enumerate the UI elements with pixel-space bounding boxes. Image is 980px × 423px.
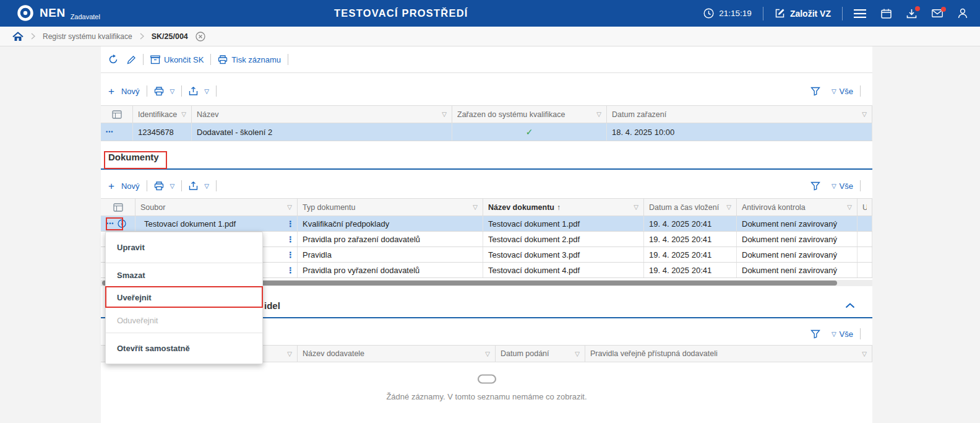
kebab-menu-icon[interactable]: ⋮: [286, 219, 294, 229]
cell-typ: Kvalifikační předpoklady: [298, 216, 483, 231]
table-settings-icon[interactable]: [101, 199, 135, 216]
print-record-button[interactable]: Tisk záznamu: [218, 55, 281, 64]
cell-datum: 19. 4. 2025 20:41: [644, 216, 737, 231]
new-label: Nový: [121, 87, 140, 96]
menu-item-smazat[interactable]: Smazat: [106, 263, 262, 287]
chevron-down-icon: ▽: [204, 88, 209, 95]
column-header-identifikace[interactable]: Identifikace▽: [133, 106, 192, 123]
end-sk-label: Ukončit SK: [164, 55, 204, 64]
divider: [860, 328, 861, 339]
view-all-label: Vše: [840, 329, 853, 339]
home-icon[interactable]: [12, 32, 24, 41]
cell-identifikace: 12345678: [133, 123, 192, 141]
menu-item-uverejnit[interactable]: Uveřejnit: [106, 287, 262, 308]
row-menu-icon[interactable]: •••: [106, 220, 114, 227]
breadcrumb-item-registry[interactable]: Registr systému kvalifikace: [43, 32, 132, 41]
kebab-menu-icon[interactable]: ⋮: [286, 266, 294, 275]
close-tab-icon[interactable]: [196, 32, 205, 41]
print-menu-button[interactable]: ▽: [154, 181, 175, 191]
cell-antivir: Dokument není zavirovaný: [737, 216, 858, 231]
menu-item-oduverejnit: Oduveřejnit: [106, 308, 262, 333]
kebab-menu-icon[interactable]: ⋮: [286, 235, 294, 244]
cell-nazev: Testovací dokument 1.pdf: [483, 216, 644, 231]
column-filter-icon[interactable]: ▽: [596, 111, 601, 118]
calendar-icon[interactable]: [881, 9, 892, 19]
filter-icon[interactable]: [810, 181, 820, 191]
chevron-right-icon: [140, 33, 144, 40]
column-header-nazev-dokumentu[interactable]: Název dokumentu↑▽: [483, 199, 644, 216]
environment-title: TESTOVACÍ PROSTŘEDÍ: [334, 7, 468, 19]
menu-item-upravit[interactable]: Upravit: [106, 232, 262, 263]
cell-typ: Pravidla: [298, 247, 483, 262]
end-sk-button[interactable]: Ukončit SK: [150, 55, 204, 64]
document-row[interactable]: ••• Testovací dokument 1.pdf ⋮ Kvalifika…: [101, 216, 872, 232]
edit-square-icon: [775, 8, 785, 19]
column-header-pravidla[interactable]: Pravidla veřejně přístupná dodavateli▽: [585, 346, 872, 362]
view-all-label: Vše: [840, 181, 853, 191]
column-header-nazev-dodavatele[interactable]: Název dodavatele▽: [298, 346, 496, 362]
column-header-soubor[interactable]: Soubor▽: [135, 199, 298, 216]
column-header-zarazen[interactable]: Zařazen do systému kvalifikace▽: [452, 106, 607, 123]
divider: [860, 85, 861, 97]
column-header-datum-zarazeni[interactable]: Datum zařazení▽: [607, 106, 872, 123]
print-menu-button[interactable]: ▽: [154, 87, 175, 96]
column-filter-icon[interactable]: ▽: [181, 111, 186, 118]
divider: [181, 85, 182, 97]
column-filter-icon[interactable]: ▽: [575, 351, 580, 357]
collapse-section-icon[interactable]: [845, 303, 855, 308]
row-context-menu: Upravit Smazat Uveřejnit Oduveřejnit Ote…: [105, 232, 263, 364]
cell-nazev: Testovací dokument 2.pdf: [483, 232, 644, 246]
row-menu-icon[interactable]: •••: [106, 129, 113, 135]
chevron-down-icon: ▽: [832, 88, 836, 95]
column-filter-icon[interactable]: ▽: [634, 204, 638, 211]
chevron-down-icon: ▽: [832, 183, 836, 190]
new-document-button[interactable]: + Nový: [108, 181, 140, 191]
clock-icon: [703, 8, 714, 19]
column-filter-icon[interactable]: ▽: [442, 111, 447, 118]
column-header-datum-vlozeni[interactable]: Datum a čas vložení▽: [644, 199, 737, 216]
menu-item-otevrit-samostatne[interactable]: Otevřít samostatně: [106, 333, 262, 364]
nen-logo-icon: [16, 4, 35, 22]
view-all-selector[interactable]: ▽ Vše: [829, 87, 853, 96]
column-filter-icon[interactable]: ▽: [473, 204, 478, 211]
export-menu-button[interactable]: ▽: [189, 87, 209, 96]
kebab-menu-icon[interactable]: ⋮: [286, 250, 294, 259]
mail-icon[interactable]: [932, 9, 943, 17]
brand-text: NEN: [40, 4, 66, 22]
menu-icon[interactable]: [854, 9, 866, 18]
column-filter-icon[interactable]: ▽: [287, 204, 292, 211]
new-button[interactable]: + Nový: [108, 86, 140, 97]
view-all-selector[interactable]: ▽ Vše: [829, 329, 853, 339]
cell-antivir: Dokument není zavirovaný: [737, 247, 858, 262]
column-filter-icon[interactable]: ▽: [726, 204, 731, 211]
app-window: NEN Zadavatel TESTOVACÍ PROSTŘEDÍ 21:15:…: [0, 0, 980, 423]
column-filter-icon[interactable]: ▽: [862, 111, 867, 118]
column-header-truncated[interactable]: Uv: [858, 199, 872, 216]
notification-badge: [915, 6, 920, 11]
column-header-typ-dokumentu[interactable]: Typ dokumentu▽: [298, 199, 483, 216]
download-icon[interactable]: [906, 9, 917, 19]
user-icon[interactable]: [958, 8, 968, 19]
column-header-nazev[interactable]: Název▽: [192, 106, 452, 123]
create-vz-button[interactable]: Založit VZ: [775, 8, 831, 19]
export-menu-button[interactable]: ▽: [189, 181, 209, 191]
chevron-down-icon: ▽: [170, 88, 175, 95]
filter-icon[interactable]: [810, 87, 820, 96]
view-all-selector[interactable]: ▽ Vše: [829, 181, 853, 191]
column-filter-icon[interactable]: ▽: [485, 351, 490, 357]
column-header-datum-podani[interactable]: Datum podání▽: [496, 346, 585, 362]
supplier-row[interactable]: ••• 12345678 Dodavatel - školení 2 ✓ 18.…: [101, 123, 872, 141]
column-filter-icon[interactable]: ▽: [287, 351, 292, 357]
column-filter-icon[interactable]: ▽: [862, 351, 867, 357]
cell-datum: 19. 4. 2025 20:41: [644, 247, 737, 262]
refresh-icon[interactable]: [108, 55, 118, 64]
cell-datum: 19. 4. 2025 20:41: [644, 232, 737, 246]
edit-icon[interactable]: [127, 55, 136, 64]
nen-logo[interactable]: NEN Zadavatel: [16, 4, 100, 22]
filter-icon[interactable]: [810, 329, 820, 339]
column-filter-icon[interactable]: ▽: [847, 204, 852, 211]
info-icon[interactable]: [118, 219, 126, 228]
table-settings-icon[interactable]: [101, 106, 133, 123]
column-header-antivirova-kontrola[interactable]: Antivirová kontrola▽: [737, 199, 858, 216]
print-record-label: Tisk záznamu: [231, 55, 281, 64]
